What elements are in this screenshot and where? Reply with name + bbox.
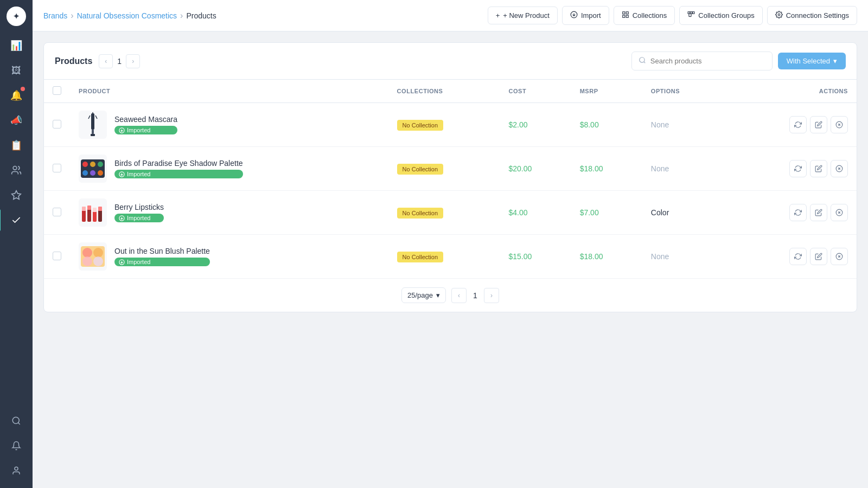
header-checkbox-cell: [44, 80, 70, 103]
collection-groups-button[interactable]: Collection Groups: [679, 6, 762, 25]
svg-line-19: [644, 62, 646, 63]
svg-rect-48: [93, 208, 97, 212]
sidebar-item-products[interactable]: [5, 209, 27, 231]
delete-button-3[interactable]: [831, 248, 848, 265]
panel-title: Products: [55, 56, 92, 66]
pagination-prev-button[interactable]: ‹: [451, 288, 467, 303]
row-checkbox-cell-2: [44, 191, 70, 235]
edit-button-1[interactable]: [810, 160, 827, 177]
imported-badge-2: Imported: [114, 214, 164, 222]
row-checkbox-cell-3: [44, 235, 70, 279]
content-area: Products ‹ 1 ›: [33, 31, 868, 488]
row-product-cell-0: Seaweed Mascara Imported: [70, 103, 388, 147]
breadcrumb-brands[interactable]: Brands: [43, 11, 67, 20]
row-cost-cell-3: $15.00: [500, 235, 571, 279]
connection-settings-button[interactable]: Connection Settings: [767, 6, 857, 25]
app-logo[interactable]: ✦: [7, 7, 26, 26]
svg-point-58: [93, 248, 103, 258]
products-table: PRODUCT COLLECTIONS COST MSRP OPTIONS AC…: [44, 80, 857, 278]
row-checkbox-2[interactable]: [53, 208, 61, 216]
row-collection-cell-2: No Collection: [388, 191, 500, 235]
pagination-page-num: 1: [470, 291, 481, 300]
product-thumbnail-1: [79, 155, 107, 183]
import-icon: [570, 11, 578, 20]
with-selected-label: With Selected: [787, 57, 830, 65]
new-product-button[interactable]: + + New Product: [488, 7, 558, 24]
svg-rect-13: [693, 12, 695, 14]
pagination-next-button[interactable]: ›: [484, 288, 499, 303]
svg-point-59: [82, 256, 92, 266]
sidebar-item-notifications[interactable]: 🔔: [5, 85, 27, 106]
search-box: [631, 52, 773, 70]
delete-button-2[interactable]: [831, 204, 848, 221]
plus-icon: +: [496, 11, 500, 20]
delete-button-0[interactable]: [831, 116, 848, 133]
prev-page-button[interactable]: ‹: [99, 54, 113, 68]
breadcrumb-sep-1: ›: [71, 11, 73, 21]
svg-rect-47: [93, 211, 97, 222]
collections-label: Collections: [633, 11, 667, 20]
row-collection-cell-0: No Collection: [388, 103, 500, 147]
sync-button-3[interactable]: [789, 248, 807, 265]
table-row: Out in the Sun Blush Palette Imported: [44, 235, 857, 279]
breadcrumb-sep-2: ›: [180, 11, 183, 21]
collections-button[interactable]: Collections: [614, 6, 675, 25]
row-checkbox-1[interactable]: [53, 164, 61, 172]
row-cost-cell-1: $20.00: [500, 147, 571, 191]
svg-point-17: [778, 14, 780, 16]
delete-button-1[interactable]: [831, 160, 848, 177]
row-msrp-cell-0: $8.00: [571, 103, 642, 147]
imported-badge-3: Imported: [114, 258, 210, 266]
product-info-2: Berry Lipsticks Imported: [114, 203, 164, 222]
row-product-cell-1: Birds of Paradise Eye Shadow Palette Imp…: [70, 147, 388, 191]
next-page-button[interactable]: ›: [126, 54, 140, 68]
sidebar-item-dashboard[interactable]: 📊: [5, 35, 27, 56]
main-area: Brands › Natural Obsession Cosmetics › P…: [33, 0, 868, 488]
collections-icon: [622, 11, 629, 20]
sidebar-user-icon[interactable]: [5, 460, 27, 481]
edit-button-2[interactable]: [810, 204, 827, 221]
sidebar-item-images[interactable]: 🖼: [5, 60, 27, 81]
svg-point-33: [90, 162, 95, 167]
edit-button-3[interactable]: [810, 248, 827, 265]
sidebar-item-campaigns[interactable]: 📣: [5, 110, 27, 131]
row-actions-cell-1: [724, 147, 857, 191]
per-page-select[interactable]: 25/page ▾: [401, 287, 446, 303]
sidebar-item-users[interactable]: [5, 159, 27, 181]
svg-rect-10: [622, 15, 624, 17]
page-nav: ‹ 1 ›: [451, 288, 499, 303]
row-checkbox-3[interactable]: [53, 252, 61, 260]
product-name-1: Birds of Paradise Eye Shadow Palette: [114, 159, 243, 168]
topnav-actions: + + New Product Import: [488, 6, 857, 25]
sidebar-checkmark-icon[interactable]: [5, 209, 27, 231]
edit-button-0[interactable]: [810, 116, 827, 133]
sync-button-2[interactable]: [789, 204, 807, 221]
row-checkbox-cell-1: [44, 147, 70, 191]
sidebar-item-orders[interactable]: 📋: [5, 134, 27, 156]
per-page-chevron: ▾: [436, 291, 440, 299]
no-collection-badge-2: No Collection: [397, 208, 443, 219]
select-all-checkbox[interactable]: [53, 86, 61, 95]
search-input[interactable]: [650, 57, 765, 65]
with-selected-button[interactable]: With Selected ▾: [778, 53, 846, 69]
no-collection-badge-3: No Collection: [397, 252, 443, 262]
import-button[interactable]: Import: [562, 6, 609, 25]
new-product-label: + New Product: [503, 11, 550, 20]
breadcrumb-brand-name[interactable]: Natural Obsession Cosmetics: [77, 11, 177, 20]
svg-line-24: [95, 115, 97, 119]
imported-badge-1: Imported: [114, 170, 243, 178]
sync-button-0[interactable]: [789, 116, 807, 133]
sidebar-item-favorites[interactable]: [5, 184, 27, 206]
breadcrumb: Brands › Natural Obsession Cosmetics › P…: [43, 11, 216, 21]
row-actions-cell-3: [724, 235, 857, 279]
svg-point-4: [15, 467, 18, 470]
sidebar-bell-icon[interactable]: [5, 435, 27, 457]
connection-settings-label: Connection Settings: [786, 11, 849, 20]
sync-button-1[interactable]: [789, 160, 807, 177]
row-actions-cell-0: [724, 103, 857, 147]
row-checkbox-0[interactable]: [53, 120, 61, 129]
row-options-cell-2: Color: [642, 191, 724, 235]
sidebar-search-icon[interactable]: [5, 410, 27, 432]
row-actions-cell-2: [724, 191, 857, 235]
sidebar-bottom: [5, 410, 27, 481]
